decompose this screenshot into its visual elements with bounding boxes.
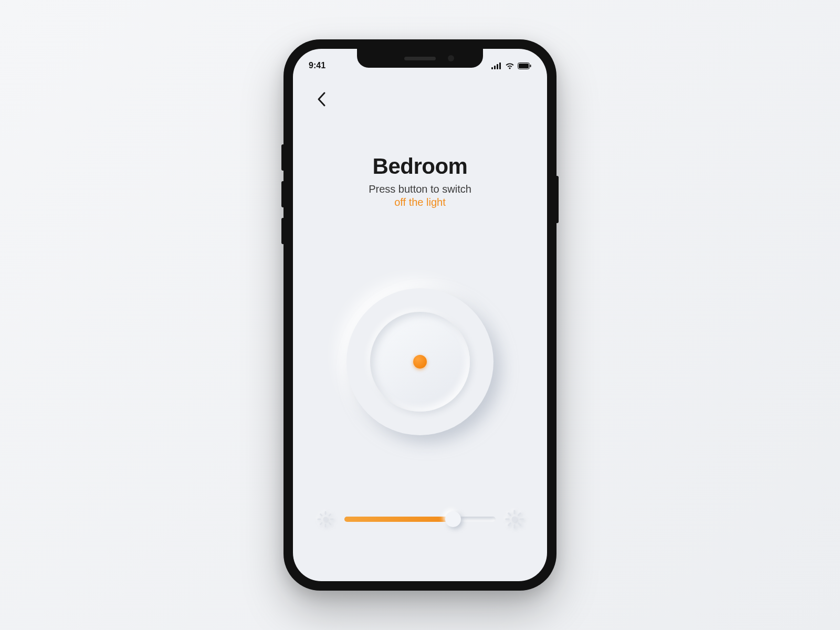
slider-fill [344, 517, 453, 522]
room-title: Bedroom [311, 154, 529, 179]
wifi-icon [505, 62, 514, 69]
svg-rect-6 [530, 65, 531, 67]
svg-rect-2 [497, 64, 498, 69]
svg-line-21 [509, 513, 511, 516]
power-area [311, 214, 529, 510]
svg-line-22 [519, 523, 521, 526]
brightness-low-icon [316, 510, 335, 529]
svg-line-14 [329, 514, 331, 516]
brightness-slider[interactable] [344, 511, 496, 527]
svg-rect-1 [494, 66, 496, 69]
content: Bedroom Press button to switch off the l… [293, 49, 547, 581]
svg-point-16 [512, 517, 518, 522]
power-button-inner [370, 312, 470, 412]
brightness-row [311, 510, 529, 560]
subtitle-line1: Press button to switch [311, 183, 529, 195]
status-indicators [491, 62, 531, 69]
chevron-left-icon [317, 91, 326, 107]
svg-line-12 [321, 514, 322, 516]
power-dot-icon [413, 355, 427, 369]
battery-icon [518, 62, 531, 69]
svg-line-13 [329, 523, 331, 524]
screen: 9:41 [293, 49, 547, 581]
subtitle-line2: off the light [311, 196, 529, 208]
svg-line-24 [509, 523, 511, 526]
front-camera [448, 55, 454, 61]
power-button[interactable] [346, 288, 494, 435]
svg-line-15 [321, 523, 322, 524]
status-time: 9:41 [309, 61, 326, 70]
svg-point-7 [323, 517, 328, 522]
svg-rect-5 [519, 64, 529, 68]
notch [357, 49, 483, 68]
title-block: Bedroom Press button to switch off the l… [311, 154, 529, 208]
svg-rect-3 [499, 62, 501, 69]
back-button[interactable] [311, 89, 332, 110]
slider-thumb[interactable] [445, 511, 461, 527]
speaker-grille [404, 57, 436, 60]
svg-line-23 [519, 513, 521, 516]
signal-icon [491, 62, 502, 69]
phone-frame: 9:41 [284, 39, 556, 591]
brightness-high-icon [505, 510, 524, 529]
svg-rect-0 [491, 67, 493, 69]
